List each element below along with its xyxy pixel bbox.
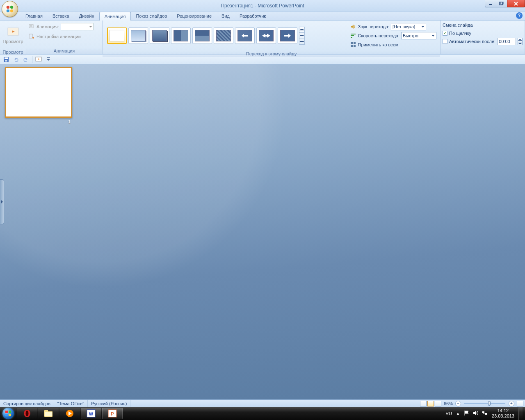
qat-customize[interactable] bbox=[45, 56, 52, 63]
tab-insert[interactable]: Вставка bbox=[48, 12, 74, 20]
auto-after-checkbox[interactable] bbox=[443, 39, 447, 44]
taskbar-opera[interactable] bbox=[17, 408, 37, 419]
gallery-more[interactable] bbox=[299, 27, 305, 45]
tab-design[interactable]: Дизайн bbox=[74, 12, 99, 20]
svg-rect-25 bbox=[5, 414, 8, 416]
tray-volume-icon[interactable] bbox=[473, 410, 479, 417]
apply-all-button[interactable]: Применить ко всем bbox=[350, 41, 436, 49]
svg-rect-9 bbox=[29, 34, 32, 38]
speed-combo[interactable]: Быстро bbox=[401, 32, 436, 39]
normal-view-button[interactable] bbox=[420, 401, 427, 406]
taskbar-explorer[interactable] bbox=[38, 408, 59, 419]
group-label-advance bbox=[441, 48, 525, 54]
zoom-slider[interactable] bbox=[464, 403, 505, 404]
time-input[interactable]: 00:00 bbox=[497, 38, 516, 45]
slide-thumbnail-1[interactable] bbox=[5, 67, 72, 118]
theme-status[interactable]: "Тема Office" bbox=[54, 400, 88, 407]
minimize-button[interactable] bbox=[485, 0, 496, 7]
transition-item-8[interactable] bbox=[256, 27, 276, 44]
status-bar: Сортировщик слайдов "Тема Office" Русски… bbox=[0, 399, 525, 407]
zoom-in-button[interactable]: + bbox=[509, 401, 514, 406]
auto-after-label: Автоматически после: bbox=[449, 39, 495, 44]
svg-rect-4 bbox=[489, 4, 492, 5]
taskbar-word[interactable]: W bbox=[81, 408, 101, 419]
tray-show-hidden[interactable]: ▲ bbox=[456, 411, 460, 415]
taskbar-mediaplayer[interactable] bbox=[59, 408, 80, 419]
windows-taskbar: W P RU ▲ 14:12 23.03.2013 bbox=[0, 407, 525, 420]
transition-item-7[interactable] bbox=[235, 27, 255, 44]
start-button[interactable] bbox=[0, 407, 16, 420]
sound-combo[interactable]: [Нет звука] bbox=[391, 23, 426, 30]
maximize-button[interactable] bbox=[496, 0, 507, 7]
slideshow-view-button[interactable] bbox=[435, 401, 441, 406]
preview-icon bbox=[7, 26, 20, 39]
save-button[interactable] bbox=[2, 56, 10, 63]
svg-rect-26 bbox=[9, 414, 11, 416]
speed-label: Скорость перехода: bbox=[358, 33, 399, 38]
language-status[interactable]: Русский (Россия) bbox=[88, 400, 130, 407]
ribbon-tabs: Главная Вставка Дизайн Анимация Показ сл… bbox=[0, 11, 525, 21]
transition-none[interactable] bbox=[107, 27, 127, 44]
tray-network-icon[interactable] bbox=[482, 410, 488, 417]
show-desktop-button[interactable] bbox=[518, 407, 523, 420]
advance-heading: Смена слайда bbox=[443, 22, 473, 29]
tab-review[interactable]: Рецензирование bbox=[172, 12, 217, 20]
redo-button[interactable] bbox=[22, 56, 30, 63]
slide-sorter-workspace[interactable]: 1 bbox=[0, 64, 525, 399]
group-label-preview: Просмотр bbox=[0, 49, 26, 55]
speed-value: Быстро bbox=[403, 33, 418, 38]
ribbon: Просмотр Просмотр Анимация: Настройка ан… bbox=[0, 21, 525, 55]
tab-slideshow[interactable]: Показ слайдов bbox=[131, 12, 172, 20]
tray-clock[interactable]: 14:12 23.03.2013 bbox=[492, 408, 514, 419]
preview-button[interactable]: Просмотр bbox=[2, 22, 24, 48]
group-label-animation: Анимация bbox=[26, 48, 102, 54]
svg-rect-11 bbox=[351, 34, 356, 34]
sorter-view-button[interactable] bbox=[427, 401, 434, 406]
tray-language[interactable]: RU bbox=[445, 411, 452, 416]
sound-value: [Нет звука] bbox=[393, 24, 415, 29]
tab-animation[interactable]: Анимация bbox=[99, 12, 131, 21]
svg-rect-37 bbox=[482, 411, 484, 413]
animation-combo[interactable] bbox=[61, 23, 94, 30]
svg-rect-23 bbox=[5, 411, 8, 413]
svg-rect-20 bbox=[5, 60, 7, 62]
sound-label: Звук перехода: bbox=[358, 24, 390, 29]
animate-icon bbox=[28, 23, 35, 30]
tab-home[interactable]: Главная bbox=[21, 12, 48, 20]
view-mode-status[interactable]: Сортировщик слайдов bbox=[0, 400, 54, 407]
undo-button[interactable] bbox=[12, 56, 20, 63]
svg-rect-30 bbox=[44, 410, 48, 412]
slideshow-button[interactable] bbox=[35, 56, 42, 63]
svg-rect-22 bbox=[47, 57, 50, 58]
tab-view[interactable]: Вид bbox=[217, 12, 235, 20]
transition-item-6[interactable] bbox=[214, 27, 233, 44]
transition-item-4[interactable] bbox=[171, 27, 191, 44]
svg-rect-5 bbox=[500, 2, 502, 5]
office-button[interactable] bbox=[2, 1, 18, 17]
tray-time: 14:12 bbox=[492, 408, 514, 413]
group-label-transition: Переход к этому слайду bbox=[103, 51, 440, 57]
animation-settings-button[interactable]: Настройка анимации bbox=[28, 32, 94, 41]
tray-flag-icon[interactable] bbox=[464, 410, 470, 417]
svg-point-0 bbox=[7, 6, 9, 9]
tab-developer[interactable]: Разработчик bbox=[235, 12, 271, 20]
svg-rect-15 bbox=[354, 42, 356, 44]
transition-item-2[interactable] bbox=[128, 27, 148, 44]
close-button[interactable] bbox=[507, 0, 525, 7]
time-spinner[interactable] bbox=[518, 38, 523, 45]
expand-panel-handle[interactable] bbox=[0, 179, 4, 224]
speed-icon bbox=[350, 32, 356, 39]
tray-date: 23.03.2013 bbox=[492, 413, 514, 419]
zoom-out-button[interactable]: − bbox=[455, 401, 461, 406]
help-button[interactable]: ? bbox=[516, 12, 523, 19]
transition-item-9[interactable] bbox=[278, 27, 297, 44]
transition-item-3[interactable] bbox=[150, 27, 169, 44]
fit-window-button[interactable] bbox=[517, 401, 523, 406]
on-click-checkbox[interactable]: ✓ bbox=[443, 31, 447, 36]
transition-item-5[interactable] bbox=[192, 27, 212, 44]
time-value: 00:00 bbox=[499, 39, 510, 44]
zoom-label: 66% bbox=[444, 401, 453, 406]
svg-text:P: P bbox=[111, 411, 114, 416]
taskbar-powerpoint[interactable]: P bbox=[102, 408, 123, 419]
svg-point-2 bbox=[7, 9, 9, 12]
